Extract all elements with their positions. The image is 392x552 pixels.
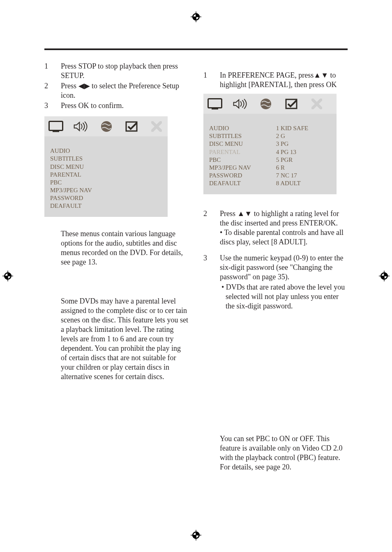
paragraph-parental: Some DVDs may have a parental level assi… <box>44 297 189 382</box>
left-steps-list: 1 Press STOP to stop playback then press… <box>44 62 189 110</box>
checkbox-icon <box>123 120 139 133</box>
osd-panel-preference: AUDIOSUBTITLESDISC MENUPARENTALPBCMP3/JP… <box>44 116 168 217</box>
osd-menu-item: PBC <box>50 179 112 186</box>
osd-menu-item: PASSWORD <box>50 194 112 202</box>
osd-rating-item: 2 G <box>276 132 331 140</box>
crop-mark-right-icon <box>379 271 390 281</box>
osd-tabbar <box>44 117 168 136</box>
osd-menu-item: PASSWORD <box>209 172 276 179</box>
svg-rect-21 <box>208 99 222 108</box>
osd-rating-item: 3 PG <box>276 140 331 148</box>
left-column: 1 Press STOP to stop playback then press… <box>44 62 189 472</box>
osd-menu-item: PARENTAL <box>50 171 112 179</box>
close-icon <box>309 97 325 110</box>
divider <box>44 48 348 50</box>
osd-tabbar <box>203 94 337 114</box>
speaker-icon <box>73 120 89 133</box>
list-item: 1 Press STOP to stop playback then press… <box>44 62 189 80</box>
right-column: 1 In PREFERENCE PAGE, press▲▼ to highlig… <box>203 62 348 472</box>
step-number: 2 <box>44 81 61 100</box>
osd-panel-parental: AUDIOSUBTITLESDISC MENUPARENTALPBCMP3/JP… <box>203 94 337 194</box>
step-text-bullet: • To disable parental controls and have … <box>220 228 344 246</box>
svg-rect-22 <box>212 108 218 110</box>
step-text-main: Press ▲▼ to highlight a rating level for… <box>220 209 339 227</box>
step-number: 1 <box>44 62 61 80</box>
list-item: 2 Press ▲▼ to highlight a rating level f… <box>203 209 348 247</box>
osd-rating-item: 7 NC 17 <box>276 172 331 179</box>
osd-menu-body: AUDIOSUBTITLESDISC MENUPARENTALPBCMP3/JP… <box>44 143 168 217</box>
step-text: Press ◀▶ to select the Preference Setup … <box>61 81 189 100</box>
step-text: Press STOP to stop playback then press S… <box>61 62 189 80</box>
step-number: 3 <box>44 101 61 110</box>
osd-menu-item: SUBTITLES <box>50 155 112 163</box>
right-step3: 3 Use the numeric keypad (0-9) to enter … <box>203 253 348 311</box>
close-icon <box>148 120 164 133</box>
step-text: Press ▲▼ to highlight a rating level for… <box>220 209 348 247</box>
osd-menu-item: AUDIO <box>209 124 276 132</box>
speaker-icon <box>232 97 249 110</box>
osd-menu-item: SUBTITLES <box>209 132 276 140</box>
page-content: 1 Press STOP to stop playback then press… <box>44 48 348 504</box>
list-item: 1 In PREFERENCE PAGE, press▲▼ to highlig… <box>203 71 348 90</box>
osd-rating-item: 8 ADULT <box>276 179 331 187</box>
osd-rating-item: 1 KID SAFE <box>276 124 331 132</box>
paragraph-pbc: You can set PBC to ON or OFF. This featu… <box>203 434 348 472</box>
globe-icon <box>98 120 114 133</box>
svg-point-23 <box>261 99 271 109</box>
crop-mark-top-icon <box>191 12 201 22</box>
svg-rect-17 <box>49 122 62 131</box>
osd-menu-item: DISC MENU <box>209 140 276 148</box>
crop-mark-left-icon <box>2 271 13 281</box>
step-text: Press OK to confirm. <box>61 101 189 110</box>
step-text: In PREFERENCE PAGE, press▲▼ to highlight… <box>220 71 348 90</box>
list-item: 2 Press ◀▶ to select the Preference Setu… <box>44 81 189 100</box>
tv-icon <box>48 120 64 133</box>
step-text-main: Use the numeric keypad (0-9) to enter th… <box>220 254 343 281</box>
right-step2: 2 Press ▲▼ to highlight a rating level f… <box>203 209 348 247</box>
list-item: 3 Press OK to confirm. <box>44 101 189 110</box>
osd-menu-item: DEAFAULT <box>50 202 112 210</box>
step-text-bullet: • DVDs that are rated above the level yo… <box>220 283 348 311</box>
svg-point-19 <box>101 121 112 132</box>
osd-rating-item: 6 R <box>276 164 331 172</box>
step-number: 2 <box>203 209 220 247</box>
osd-menu-item: DISC MENU <box>50 163 112 171</box>
step-text: Use the numeric keypad (0-9) to enter th… <box>220 253 348 311</box>
osd-menu-item: AUDIO <box>50 147 112 155</box>
osd-rating-item: 5 PGR <box>276 156 331 164</box>
step-number: 3 <box>203 253 220 311</box>
osd-menu-item: PARENTAL <box>209 148 276 156</box>
svg-rect-18 <box>53 131 59 132</box>
list-item: 3 Use the numeric keypad (0-9) to enter … <box>203 253 348 311</box>
tv-icon <box>207 97 223 110</box>
osd-menu-body: AUDIOSUBTITLESDISC MENUPARENTALPBCMP3/JP… <box>203 120 337 194</box>
step-number: 1 <box>203 71 220 90</box>
crop-mark-bottom-icon <box>191 530 201 540</box>
osd-menu-item: PBC <box>209 156 276 164</box>
checkbox-icon <box>283 97 300 110</box>
osd-menu-item: DEAFAULT <box>209 179 276 187</box>
osd-menu-item: MP3/JPEG NAV <box>50 186 112 194</box>
paragraph-language: These menus contain various language opt… <box>44 229 189 267</box>
osd-menu-item: MP3/JPEG NAV <box>209 164 276 172</box>
right-step1: 1 In PREFERENCE PAGE, press▲▼ to highlig… <box>203 71 348 90</box>
osd-rating-item: 4 PG 13 <box>276 148 331 156</box>
globe-icon <box>258 97 274 110</box>
